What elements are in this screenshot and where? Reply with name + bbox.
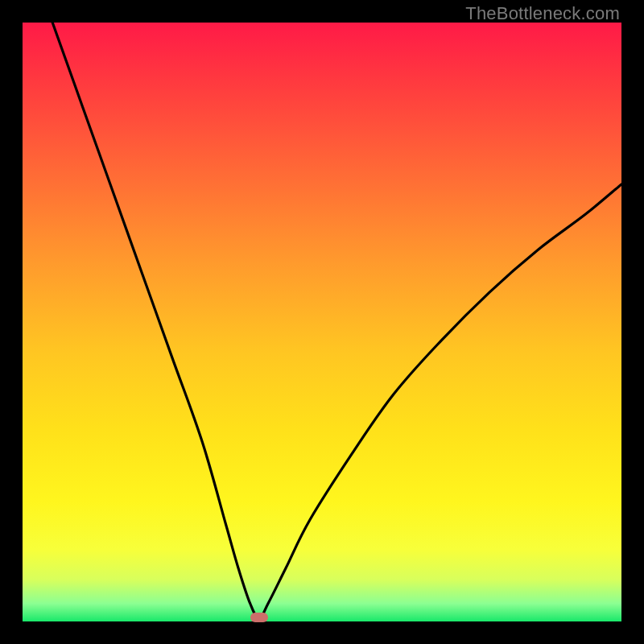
curve-path <box>52 23 621 618</box>
watermark-text: TheBottleneck.com <box>465 3 620 24</box>
chart-frame <box>23 23 621 621</box>
bottleneck-curve <box>23 23 621 621</box>
minimum-marker <box>250 613 268 622</box>
